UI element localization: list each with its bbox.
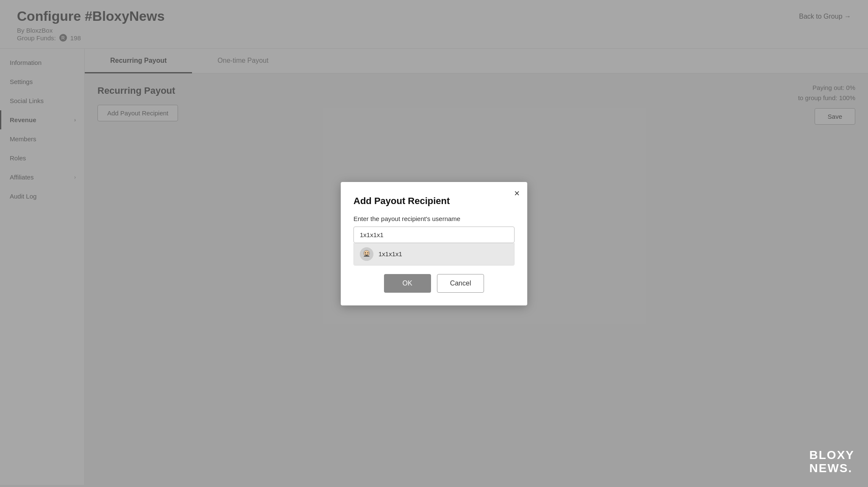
modal-input-label: Enter the payout recipient's username <box>353 215 515 222</box>
add-payout-modal: Add Payout Recipient × Enter the payout … <box>341 182 527 305</box>
modal-overlay: Add Payout Recipient × Enter the payout … <box>0 0 868 487</box>
branding: BLOXY NEWS. <box>810 449 854 475</box>
suggestion-item[interactable]: 1x1x1x1 <box>354 243 514 265</box>
suggestion-list: 1x1x1x1 <box>353 243 515 266</box>
username-input[interactable] <box>353 227 515 243</box>
modal-actions: OK Cancel <box>353 274 515 293</box>
ok-button[interactable]: OK <box>384 274 431 293</box>
avatar <box>360 247 373 261</box>
modal-close-button[interactable]: × <box>514 189 520 198</box>
branding-line1: BLOXY <box>810 449 854 462</box>
svg-point-2 <box>365 252 366 253</box>
branding-line2: NEWS. <box>810 462 854 475</box>
cancel-button[interactable]: Cancel <box>437 274 484 293</box>
suggestion-username: 1x1x1x1 <box>378 250 402 257</box>
modal-title: Add Payout Recipient <box>353 196 515 207</box>
svg-point-3 <box>367 252 368 253</box>
